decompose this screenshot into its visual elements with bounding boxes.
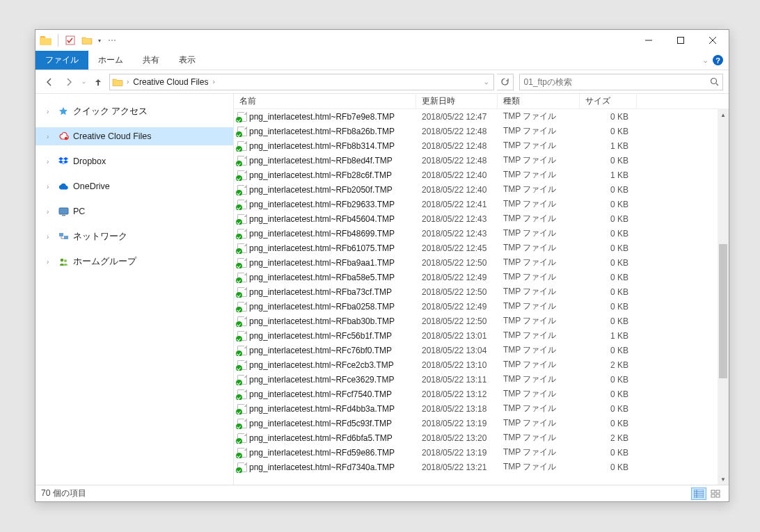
close-button[interactable] xyxy=(697,30,729,51)
tree-label: ホームグループ xyxy=(73,256,136,268)
scroll-thumb[interactable] xyxy=(719,244,727,378)
file-row[interactable]: png_interlacetest.html~RFba58e5.TMP2018/… xyxy=(234,270,729,284)
file-name: png_interlacetest.html~RFb28c6f.TMP xyxy=(249,170,392,180)
file-row[interactable]: png_interlacetest.html~RFbab30b.TMP2018/… xyxy=(234,314,729,328)
file-row[interactable]: png_interlacetest.html~RFb48699.TMP2018/… xyxy=(234,226,729,241)
new-folder-icon[interactable] xyxy=(79,33,95,48)
file-date: 2018/05/22 12:50 xyxy=(416,316,498,326)
file-type: TMP ファイル xyxy=(498,432,580,444)
back-button[interactable] xyxy=(41,74,58,90)
column-name[interactable]: 名前 xyxy=(234,94,416,108)
titlebar[interactable]: ▾ ⋯ xyxy=(35,30,729,51)
tree-homegroup[interactable]: › ホームグループ xyxy=(35,252,233,271)
pc-icon xyxy=(58,206,69,217)
file-name: png_interlacetest.html~RFb8ed4f.TMP xyxy=(249,156,393,166)
file-size: 0 KB xyxy=(580,112,637,122)
search-icon[interactable] xyxy=(706,77,722,86)
file-size: 0 KB xyxy=(580,419,637,428)
file-icon xyxy=(237,418,248,429)
file-row[interactable]: png_interlacetest.html~RFb7e9e8.TMP2018/… xyxy=(234,109,729,124)
file-row[interactable]: png_interlacetest.html~RFc76bf0.TMP2018/… xyxy=(234,343,729,357)
svg-rect-6 xyxy=(59,233,63,236)
maximize-button[interactable] xyxy=(665,30,697,51)
properties-icon[interactable] xyxy=(63,33,78,48)
recent-dropdown-icon[interactable]: ⌵ xyxy=(80,79,87,85)
file-name: png_interlacetest.html~RFb29633.TMP xyxy=(249,200,395,209)
tree-quick-access[interactable]: › クイック アクセス xyxy=(35,102,233,120)
breadcrumb-sep-root[interactable]: › xyxy=(125,78,130,86)
file-row[interactable]: png_interlacetest.html~RFba0258.TMP2018/… xyxy=(234,299,729,314)
column-headers: 名前 更新日時 種類 サイズ xyxy=(234,94,729,109)
tab-share[interactable]: 共有 xyxy=(133,51,169,70)
file-row[interactable]: png_interlacetest.html~RFb8ed4f.TMP2018/… xyxy=(234,153,729,168)
file-row[interactable]: png_interlacetest.html~RFb28c6f.TMP2018/… xyxy=(234,168,729,182)
chevron-right-icon[interactable]: › xyxy=(47,258,54,266)
file-icon xyxy=(237,111,248,122)
chevron-right-icon[interactable]: › xyxy=(47,133,54,140)
scroll-down-icon[interactable]: ▼ xyxy=(718,474,729,485)
tab-file[interactable]: ファイル xyxy=(35,51,88,70)
icons-view-button[interactable] xyxy=(708,487,723,500)
details-view-button[interactable] xyxy=(691,487,706,500)
file-row[interactable]: png_interlacetest.html~RFb29633.TMP2018/… xyxy=(234,197,729,211)
tree-network[interactable]: › ネットワーク xyxy=(35,227,233,245)
scroll-up-icon[interactable]: ▲ xyxy=(718,109,729,120)
scroll-track[interactable] xyxy=(718,120,729,474)
search-input[interactable] xyxy=(520,77,706,87)
vertical-scrollbar[interactable]: ▲ ▼ xyxy=(718,109,729,485)
tab-view[interactable]: 表示 xyxy=(169,51,205,70)
chevron-right-icon[interactable]: › xyxy=(47,158,54,166)
forward-button[interactable] xyxy=(61,74,77,90)
file-row[interactable]: png_interlacetest.html~RFce2cb3.TMP2018/… xyxy=(234,357,729,372)
file-name: png_interlacetest.html~RFbab30b.TMP xyxy=(249,316,395,326)
file-list[interactable]: png_interlacetest.html~RFb7e9e8.TMP2018/… xyxy=(234,109,729,485)
qat-separator xyxy=(58,34,58,47)
search-box[interactable] xyxy=(519,74,723,90)
address-dropdown-icon[interactable]: ⌵ xyxy=(480,79,493,86)
chevron-right-icon[interactable]: › xyxy=(47,233,54,241)
file-row[interactable]: png_interlacetest.html~RFd6bfa5.TMP2018/… xyxy=(234,430,729,445)
file-row[interactable]: png_interlacetest.html~RFd5c93f.TMP2018/… xyxy=(234,416,729,430)
file-row[interactable]: png_interlacetest.html~RFce3629.TMP2018/… xyxy=(234,372,729,387)
file-row[interactable]: png_interlacetest.html~RFc56b1f.TMP2018/… xyxy=(234,328,729,343)
help-icon[interactable]: ? xyxy=(713,55,723,65)
chevron-right-icon[interactable]: › xyxy=(47,108,54,115)
file-row[interactable]: png_interlacetest.html~RFba73cf.TMP2018/… xyxy=(234,284,729,299)
tree-onedrive[interactable]: › OneDrive xyxy=(35,177,233,195)
file-name: png_interlacetest.html~RFd7340a.TMP xyxy=(249,462,395,472)
chevron-right-icon[interactable]: › xyxy=(47,183,54,191)
file-type: TMP ファイル xyxy=(498,242,580,254)
up-button[interactable] xyxy=(90,74,106,90)
file-type: TMP ファイル xyxy=(498,184,580,195)
file-size: 0 KB xyxy=(580,127,637,136)
qat-overflow[interactable]: ⋯ xyxy=(104,33,120,48)
tab-home[interactable]: ホーム xyxy=(88,51,133,70)
ribbon-expand-icon[interactable]: ⌵ xyxy=(704,57,707,64)
tree-label: ネットワーク xyxy=(73,231,127,243)
breadcrumb-sep[interactable]: › xyxy=(211,78,216,86)
chevron-right-icon[interactable]: › xyxy=(47,208,54,216)
tree-pc[interactable]: › PC xyxy=(35,202,233,220)
tree-dropbox[interactable]: › Dropbox xyxy=(35,152,233,170)
file-row[interactable]: png_interlacetest.html~RFba9aa1.TMP2018/… xyxy=(234,255,729,270)
file-icon xyxy=(237,301,248,312)
file-row[interactable]: png_interlacetest.html~RFb45604.TMP2018/… xyxy=(234,211,729,226)
column-type[interactable]: 種類 xyxy=(498,94,580,108)
file-row[interactable]: png_interlacetest.html~RFb61075.TMP2018/… xyxy=(234,241,729,255)
file-row[interactable]: png_interlacetest.html~RFd4bb3a.TMP2018/… xyxy=(234,401,729,416)
refresh-button[interactable] xyxy=(497,74,514,90)
file-row[interactable]: png_interlacetest.html~RFb8a26b.TMP2018/… xyxy=(234,124,729,138)
file-row[interactable]: png_interlacetest.html~RFb8b314.TMP2018/… xyxy=(234,138,729,153)
breadcrumb-item[interactable]: Creative Cloud Files xyxy=(130,77,211,87)
qat-dropdown-icon[interactable]: ▾ xyxy=(96,33,103,48)
minimize-button[interactable] xyxy=(633,30,665,51)
file-row[interactable]: png_interlacetest.html~RFd7340a.TMP2018/… xyxy=(234,460,729,474)
column-date[interactable]: 更新日時 xyxy=(416,94,498,108)
file-row[interactable]: png_interlacetest.html~RFb2050f.TMP2018/… xyxy=(234,182,729,197)
navigation-pane[interactable]: › クイック アクセス › Creative Cloud Files › Dro… xyxy=(35,94,234,485)
file-row[interactable]: png_interlacetest.html~RFcf7540.TMP2018/… xyxy=(234,387,729,401)
tree-creative-cloud[interactable]: › Creative Cloud Files xyxy=(35,127,233,145)
file-row[interactable]: png_interlacetest.html~RFd59e86.TMP2018/… xyxy=(234,445,729,460)
column-size[interactable]: サイズ xyxy=(580,94,637,108)
address-bar[interactable]: › Creative Cloud Files › ⌵ xyxy=(109,74,494,90)
